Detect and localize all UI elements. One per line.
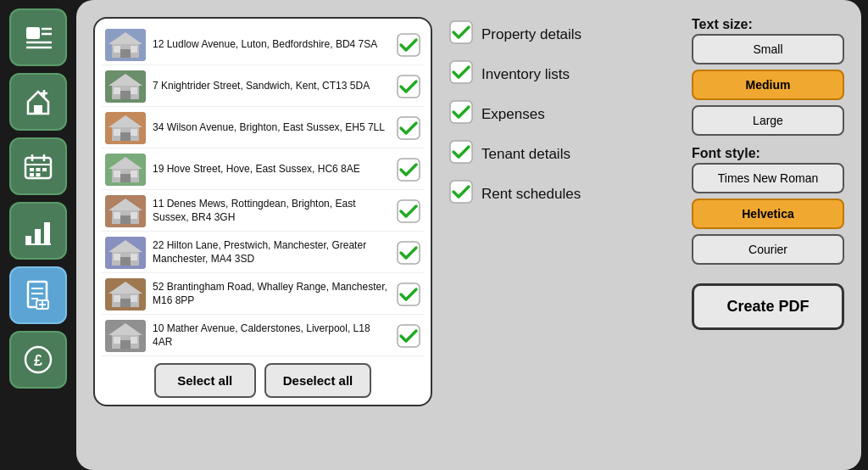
property-item[interactable]: 12 Ludlow Avenue, Luton, Bedfordshire, B… [102, 25, 424, 65]
svg-rect-33 [120, 49, 131, 58]
report-option[interactable]: Rent schedules [449, 176, 675, 211]
font-style-group: Font style: Times New RomanHelveticaCour… [692, 146, 844, 265]
options-panel: Property details Inventory lists Expense… [449, 17, 675, 211]
font-style-button[interactable]: Helvetica [692, 199, 844, 229]
svg-rect-19 [44, 222, 50, 244]
property-address: 7 Knightrider Street, Sandwich, Kent, CT… [153, 80, 390, 93]
deselect-all-button[interactable]: Deselect all [264, 363, 372, 398]
report-option[interactable]: Expenses [449, 97, 675, 131]
create-pdf-button[interactable]: Create PDF [692, 283, 844, 330]
property-item[interactable]: 22 Hilton Lane, Prestwich, Manchester, G… [102, 233, 424, 273]
property-list: 12 Ludlow Avenue, Luton, Bedfordshire, B… [102, 25, 424, 356]
settings-panel: Text size: SmallMediumLarge Font style: … [692, 17, 844, 330]
svg-rect-62 [114, 212, 120, 219]
svg-rect-77 [131, 295, 137, 302]
option-label: Expenses [481, 106, 545, 123]
property-checkbox[interactable] [397, 75, 420, 98]
property-thumbnail [105, 29, 146, 61]
text-size-button[interactable]: Medium [692, 70, 844, 100]
svg-rect-56 [131, 171, 137, 177]
sidebar-item-home-list[interactable] [9, 8, 67, 66]
main-content: 12 Ludlow Avenue, Luton, Bedfordshire, B… [76, 0, 861, 470]
svg-rect-55 [114, 171, 120, 177]
sidebar-item-calendar[interactable] [9, 137, 67, 195]
sidebar-item-chart[interactable] [9, 202, 67, 260]
svg-rect-17 [25, 236, 31, 244]
property-thumbnail [105, 154, 146, 186]
property-address: 10 Mather Avenue, Calderstones, Liverpoo… [153, 322, 390, 349]
property-checkbox[interactable] [397, 33, 420, 57]
property-item[interactable]: 19 Hove Street, Hove, East Sussex, HC6 8… [102, 150, 424, 190]
property-checkbox[interactable] [397, 283, 420, 306]
svg-rect-54 [120, 174, 131, 182]
svg-rect-12 [30, 168, 34, 171]
report-option[interactable]: Inventory lists [449, 57, 675, 92]
text-size-group: Text size: SmallMediumLarge [692, 17, 844, 136]
report-option[interactable]: Property details [449, 17, 675, 52]
action-buttons: Select all Deselect all [102, 363, 424, 398]
svg-rect-15 [30, 173, 34, 176]
property-thumbnail [105, 320, 146, 352]
svg-text:£: £ [34, 352, 42, 369]
property-checkbox[interactable] [397, 241, 420, 265]
font-style-button[interactable]: Courier [692, 234, 844, 265]
text-size-button[interactable]: Small [692, 34, 844, 64]
select-all-button[interactable]: Select all [154, 363, 256, 398]
property-address: 19 Hove Street, Hove, East Sussex, HC6 8… [153, 163, 390, 176]
option-checkbox[interactable] [449, 100, 473, 128]
text-size-button[interactable]: Large [692, 105, 844, 136]
property-checkbox[interactable] [397, 116, 420, 140]
property-checkbox[interactable] [397, 199, 420, 223]
svg-rect-35 [131, 46, 137, 53]
svg-rect-61 [120, 215, 131, 224]
property-thumbnail [105, 70, 146, 103]
property-item[interactable]: 34 Wilson Avenue, Brighton, East Sussex,… [102, 109, 424, 148]
option-checkbox[interactable] [449, 20, 473, 48]
property-address: 22 Hilton Lane, Prestwich, Manchester, G… [153, 239, 390, 266]
sidebar: £ [0, 0, 76, 470]
option-label: Tenant details [481, 146, 570, 163]
svg-rect-84 [131, 337, 137, 344]
text-size-label: Text size: [692, 17, 844, 32]
svg-rect-47 [120, 132, 131, 141]
svg-rect-75 [120, 299, 131, 307]
property-checkbox[interactable] [397, 324, 420, 348]
svg-rect-14 [42, 168, 47, 171]
property-address: 11 Denes Mews, Rottingdean, Brighton, Ea… [153, 198, 390, 224]
report-option[interactable]: Tenant details [449, 137, 675, 171]
svg-rect-82 [120, 340, 131, 349]
property-checkbox[interactable] [397, 158, 420, 182]
svg-rect-40 [120, 91, 131, 99]
property-thumbnail [105, 195, 146, 227]
property-item[interactable]: 52 Brantingham Road, Whalley Range, Manc… [102, 275, 424, 315]
svg-rect-42 [131, 87, 137, 94]
option-checkbox[interactable] [449, 60, 473, 88]
property-panel: 12 Ludlow Avenue, Luton, Bedfordshire, B… [93, 17, 432, 406]
text-size-options: SmallMediumLarge [692, 34, 844, 136]
property-thumbnail [105, 278, 146, 311]
property-item[interactable]: 7 Knightrider Street, Sandwich, Kent, CT… [102, 67, 424, 107]
option-label: Property details [481, 26, 581, 43]
svg-rect-70 [131, 254, 137, 260]
property-item[interactable]: 10 Mather Avenue, Calderstones, Liverpoo… [102, 316, 424, 356]
sidebar-item-add-property[interactable] [9, 73, 67, 131]
option-checkbox[interactable] [449, 140, 473, 168]
svg-rect-69 [114, 254, 120, 260]
svg-rect-16 [36, 173, 41, 176]
svg-rect-83 [114, 337, 120, 344]
option-label: Inventory lists [481, 66, 570, 83]
svg-rect-7 [34, 105, 42, 114]
sidebar-item-money[interactable]: £ [9, 331, 67, 389]
property-thumbnail [105, 237, 146, 269]
property-address: 12 Ludlow Avenue, Luton, Bedfordshire, B… [153, 38, 390, 52]
property-item[interactable]: 11 Denes Mews, Rottingdean, Brighton, Ea… [102, 192, 424, 232]
svg-rect-41 [114, 87, 120, 94]
svg-rect-48 [114, 129, 120, 136]
svg-rect-34 [114, 46, 120, 53]
sidebar-item-document[interactable] [9, 266, 67, 324]
option-checkbox[interactable] [449, 180, 473, 208]
font-style-button[interactable]: Times New Roman [692, 163, 844, 193]
property-thumbnail [105, 112, 146, 144]
svg-rect-76 [114, 295, 120, 302]
property-address: 34 Wilson Avenue, Brighton, East Sussex,… [153, 121, 390, 135]
